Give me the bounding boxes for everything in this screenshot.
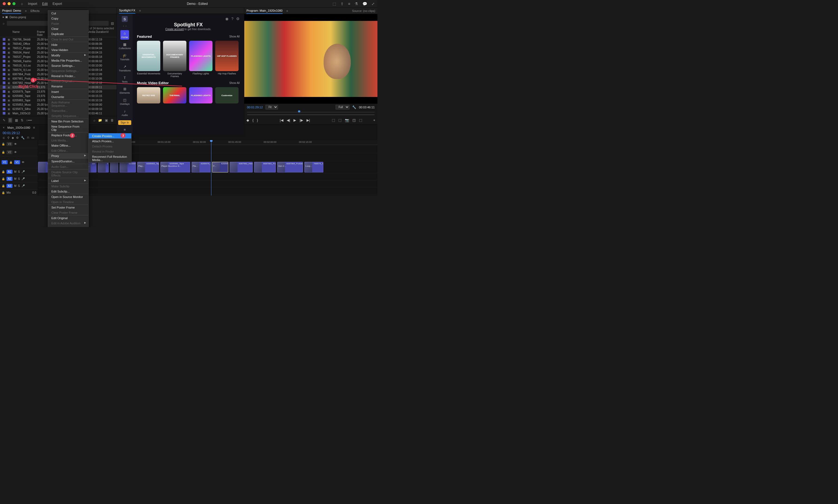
lift-icon[interactable]: ⬚ xyxy=(332,118,335,122)
timeline-clip[interactable]: 6087981_Podcast... xyxy=(254,162,276,173)
track-v2-header[interactable]: 🔒V2👁 xyxy=(0,148,38,157)
lock-icon[interactable]: 🔒 xyxy=(2,170,5,173)
show-all-link[interactable]: Show All xyxy=(229,35,240,38)
fullscreen-icon[interactable]: ⤢ xyxy=(371,2,375,6)
ctx-sub-item[interactable]: Attach Proxies... xyxy=(89,139,131,144)
track-a1-header[interactable]: 🔒A1MS🎤 xyxy=(0,168,38,176)
settings-icon[interactable]: ⚙ xyxy=(16,136,19,140)
ctx-item[interactable]: New Bin From Selection xyxy=(48,119,88,124)
list-icon[interactable]: ≡ xyxy=(348,2,350,6)
col-fps[interactable]: Frame Rate xyxy=(37,31,49,36)
ctx-item[interactable]: Proxy▶ xyxy=(48,153,88,159)
timeline-clip[interactable]: 6087964_Podcast Gen Z... xyxy=(277,162,303,173)
cc-icon[interactable]: cc xyxy=(32,136,35,140)
track-a3-header[interactable]: 🔒A3MS🎤 xyxy=(0,182,38,190)
chat-icon[interactable]: 💬 xyxy=(363,2,367,6)
col-name[interactable]: Name xyxy=(13,31,37,36)
signin-button[interactable]: Sign In xyxy=(118,120,131,125)
ctx-item[interactable]: Hide xyxy=(48,42,88,47)
featured-card[interactable]: ESSENTIAL MOVEMENTS Essential Movements xyxy=(137,41,160,78)
track-a2-lane[interactable] xyxy=(38,180,378,187)
nav-collections[interactable]: ▦Collections xyxy=(118,41,132,51)
timeline-clip[interactable]: 6235873... xyxy=(98,162,109,173)
show-all-link-2[interactable]: Show All xyxy=(229,82,240,85)
mve-card[interactable]: Customize xyxy=(215,87,239,104)
program-monitor[interactable] xyxy=(244,14,378,104)
nav-home[interactable]: ⌂Home xyxy=(120,30,129,40)
ctx-item[interactable]: Label▶ xyxy=(48,178,88,184)
timeline-clip[interactable]: 6087982_Headpho... xyxy=(230,162,253,173)
lock-icon[interactable]: 🔒 xyxy=(9,161,13,164)
ctx-item[interactable]: Insert xyxy=(48,89,88,94)
list-view-icon[interactable]: ☰ xyxy=(8,118,12,123)
resolution-select[interactable]: Full xyxy=(336,105,349,109)
discord-icon[interactable]: ◉ xyxy=(225,17,228,21)
featured-card[interactable]: DOCUMENTARY FRAMES Documentary Frames xyxy=(163,41,187,78)
project-tab-menu-icon[interactable]: ≡ xyxy=(25,9,27,13)
track-a2-header[interactable]: 🔒A2MS🎤 xyxy=(0,176,38,182)
close-window-icon[interactable] xyxy=(3,2,6,5)
prev-edit-icon[interactable]: |◀ xyxy=(280,118,283,122)
wrench-icon[interactable]: 🔧 xyxy=(21,136,25,140)
add-button-icon[interactable]: + xyxy=(373,118,375,122)
zoom-slider[interactable]: ○━━ xyxy=(26,119,32,122)
fit-select[interactable]: Fit xyxy=(265,105,278,109)
wrench-icon[interactable]: 🔧 xyxy=(352,105,356,109)
nav-overlays[interactable]: ◫Overlays xyxy=(119,97,131,106)
lock-icon[interactable]: 🔒 xyxy=(2,184,5,187)
ctx-item[interactable]: Set Poster Frame xyxy=(48,205,88,210)
track-v1-header[interactable]: V1🔒V1👁 xyxy=(0,157,38,168)
lock-icon[interactable]: 🔒 xyxy=(2,151,5,154)
link-icon[interactable]: ⚲ xyxy=(7,136,10,140)
share-icon[interactable]: ⇪ xyxy=(341,2,344,6)
ctx-item[interactable]: Open in Source Monitor xyxy=(48,194,88,199)
play-icon[interactable]: ▶ xyxy=(294,118,296,122)
mic-icon[interactable]: 🎤 xyxy=(21,170,25,173)
program-playhead[interactable] xyxy=(298,110,300,113)
extract-icon[interactable]: ⬚ xyxy=(338,118,342,122)
nav-elements[interactable]: ⊞Elements xyxy=(119,86,131,95)
marker-icon[interactable]: ◆ xyxy=(12,136,14,140)
ctx-item[interactable]: Edit Original xyxy=(48,215,88,220)
lock-icon[interactable]: 🔒 xyxy=(2,191,5,194)
ctx-item[interactable]: Speed/Duration... xyxy=(48,159,88,164)
ctx-item[interactable]: Copy xyxy=(48,16,88,21)
program-tab-menu-icon[interactable]: ≡ xyxy=(286,9,288,13)
nav-tutorials[interactable]: 🎓Tutorials xyxy=(119,52,130,62)
home-icon[interactable]: ⌂ xyxy=(21,2,23,6)
ctx-item[interactable]: Rename xyxy=(48,84,88,89)
eye-icon[interactable]: 👁 xyxy=(14,151,17,154)
timeline-clip[interactable]: 6205950_Girl P... xyxy=(212,162,228,173)
export-button[interactable]: Export xyxy=(53,2,62,6)
col-vi[interactable]: Vi xyxy=(106,31,114,36)
timecode-current[interactable]: 00:01:29:12 xyxy=(247,106,263,109)
nav-audio[interactable]: ♪Audio xyxy=(120,108,129,118)
timeline-clip[interactable]: 766574_Vj Loop... xyxy=(304,162,324,173)
track-v3-header[interactable]: 🔒V3👁 xyxy=(0,140,38,148)
featured-card[interactable]: FLASHING LIGHTS Flashing Lights xyxy=(189,41,212,78)
find-icon[interactable]: ⌕ xyxy=(93,119,95,122)
workspace-icon[interactable]: ⬚ xyxy=(333,2,336,6)
mic-icon[interactable]: 🎤 xyxy=(21,177,25,180)
mve-card[interactable]: THERMAL xyxy=(163,87,187,104)
next-edit-icon[interactable]: ▶| xyxy=(307,118,310,122)
spotlight-tab[interactable]: Spotlight FX xyxy=(119,7,135,14)
sequence-name[interactable]: Main_1920x1080 xyxy=(7,126,30,129)
beaker-icon[interactable]: ⚗ xyxy=(354,2,358,6)
ctx-item[interactable]: Media File Properties... xyxy=(48,58,88,63)
ctx-item[interactable]: New Sequence From Clip xyxy=(48,124,88,132)
ctx-item[interactable]: Overwrite xyxy=(48,94,88,100)
track-a3-lane[interactable] xyxy=(38,187,378,194)
compare-icon[interactable]: ◫ xyxy=(352,118,356,122)
snap-icon[interactable]: ⊏ xyxy=(3,136,5,140)
ctx-item[interactable]: Make Offline... xyxy=(48,143,88,148)
nav-transitions[interactable]: ↗Transitions xyxy=(118,64,132,73)
ctx-item[interactable]: Cut xyxy=(48,11,88,16)
ctx-item[interactable]: Source Settings... xyxy=(48,63,88,68)
program-scrollbar[interactable] xyxy=(247,114,375,115)
forward-icon[interactable]: › xyxy=(125,25,126,28)
timeline-clip[interactable]: 6205980_Tape Player Boombox 8... xyxy=(160,162,190,173)
mve-card[interactable]: FLASHING LIGHTS xyxy=(189,87,212,104)
edit-button[interactable]: Edit xyxy=(42,2,48,6)
ctx-item[interactable]: Replace Footage... xyxy=(48,132,88,138)
